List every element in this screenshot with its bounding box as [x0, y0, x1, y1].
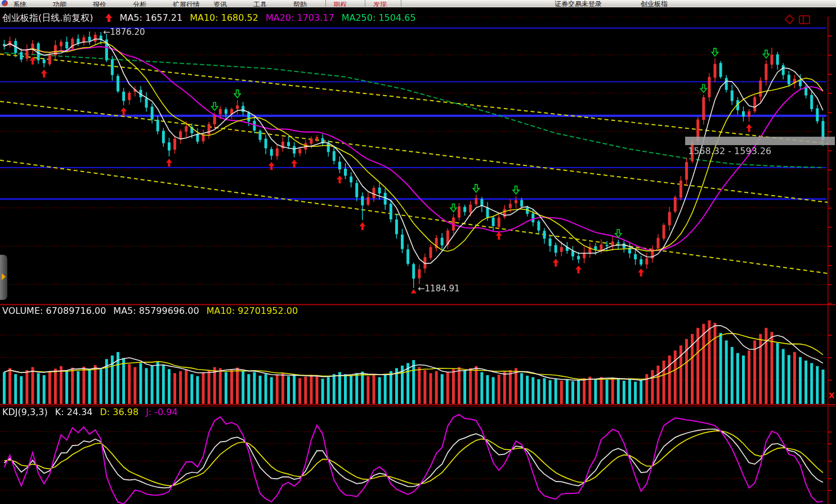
high-price-label: ←1876.20 — [103, 27, 145, 37]
menu-item-tools[interactable]: 工具 — [253, 0, 267, 7]
volume-header-vol-ma10: MA10: 92701952.00 — [207, 305, 298, 316]
menu-item-quote[interactable]: 报价 — [93, 0, 106, 7]
trading-app-window: 系统功能报价分析扩展行情资讯工具帮助期权发现 证券交易未登录 创业板指 创业板指… — [0, 0, 836, 504]
diamond-icon[interactable] — [784, 14, 794, 24]
menu-item-system[interactable]: 系统 — [13, 0, 26, 7]
legend-ma20: MA20: 1703.17 — [266, 12, 334, 23]
split-window-icon[interactable] — [799, 15, 810, 24]
menu-item-analysis[interactable]: 分析 — [133, 0, 146, 7]
stock-chart-canvas[interactable] — [0, 0, 836, 504]
menu-item-extended-quotes[interactable]: 扩展行情 — [173, 0, 200, 7]
low-price-label: ←1184.91 — [418, 284, 460, 294]
legend-ma250: MA250: 1504.65 — [342, 12, 416, 23]
menu-separator — [401, 0, 401, 7]
sidebar-collapse-handle[interactable] — [0, 255, 7, 300]
menu-item-discover[interactable]: 发现 — [373, 0, 387, 7]
chevron-right-icon — [2, 273, 6, 280]
login-status-text: 证券交易未登录 — [555, 0, 602, 7]
menu-bar: 系统功能报价分析扩展行情资讯工具帮助期权发现 证券交易未登录 创业板指 — [0, 0, 836, 7]
current-index-text[interactable]: 创业板指 — [641, 0, 668, 7]
volume-header-vol-ma5: MA5: 85799696.00 — [113, 305, 199, 316]
volume-header-volume: VOLUME: 67089716.00 — [2, 305, 106, 316]
price-range-label: 1568.32 - 1593.26 — [688, 146, 771, 156]
kdj-header-d: D: 36.98 — [100, 407, 139, 417]
menu-item-function[interactable]: 功能 — [53, 0, 66, 7]
kdj-header-kdj-params: KDJ(9,3,3) — [2, 407, 48, 417]
main-pane-header: 创业板指(日线.前复权)MA5: 1657.21MA10: 1680.52MA2… — [2, 12, 431, 24]
price-up-arrow-icon — [105, 14, 113, 22]
close-x-button[interactable]: X — [829, 391, 835, 400]
price-range-box — [685, 137, 835, 145]
menu-item-news[interactable]: 资讯 — [213, 0, 227, 7]
legend-ma5: MA5: 1657.21 — [120, 12, 183, 23]
menu-separator — [365, 0, 365, 7]
volume-pane-header: VOLUME: 67089716.00MA5: 85799696.00MA10:… — [2, 305, 305, 316]
kdj-header-k: K: 24.34 — [55, 407, 93, 417]
menu-item-options[interactable]: 期权 — [333, 0, 347, 7]
kdj-pane-header: KDJ(9,3,3)K: 24.34D: 36.98J: -0.94 — [2, 407, 185, 417]
kdj-header-j: J: -0.94 — [146, 407, 178, 417]
app-logo-icon[interactable] — [2, 0, 8, 6]
symbol-title: 创业板指(日线.前复权) — [2, 12, 93, 23]
menu-separator — [325, 0, 326, 7]
menu-item-help[interactable]: 帮助 — [293, 0, 307, 7]
legend-ma10: MA10: 1680.52 — [190, 12, 258, 23]
pane-controls — [786, 15, 810, 26]
